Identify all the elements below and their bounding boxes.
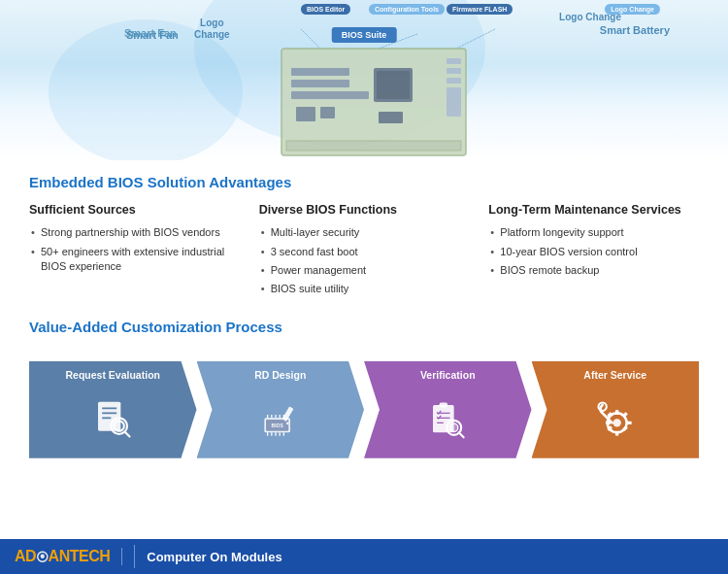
footer-logo: AD⦿ANTECH bbox=[15, 548, 122, 565]
col-sufficient-sources: Sufficient Sources Strong partnership wi… bbox=[29, 202, 240, 301]
step4-arrow: After Service bbox=[532, 361, 700, 458]
bullet-3-2: 10-year BIOS version control bbox=[488, 245, 699, 259]
bullet-3-1: Platform longevity support bbox=[488, 225, 699, 240]
bullet-1-1: Strong partnership with BIOS vendors bbox=[29, 225, 240, 240]
svg-rect-50 bbox=[615, 410, 618, 415]
svg-line-16 bbox=[301, 29, 320, 49]
col-diverse-bios: Diverse BIOS Functions Multi-layer secur… bbox=[259, 202, 470, 301]
svg-rect-9 bbox=[447, 87, 461, 117]
col1-title: Sufficient Sources bbox=[29, 202, 240, 218]
svg-rect-7 bbox=[447, 68, 461, 74]
step1-arrow: Request Evaluation bbox=[29, 361, 197, 458]
step4-icon-area bbox=[591, 385, 640, 457]
bios-chip-icon: BIOS bbox=[256, 395, 305, 448]
step-after-service: After Service bbox=[532, 347, 700, 473]
bullet-2-1: Multi-layer security bbox=[259, 225, 470, 240]
process-title: Value-Added Customization Process bbox=[29, 319, 699, 335]
svg-rect-0 bbox=[281, 49, 466, 155]
config-tools-pill: Configuration Tools bbox=[369, 4, 445, 15]
firmware-flash-pill: Firmware FLASH bbox=[447, 4, 513, 15]
col3-bullets: Platform longevity support 10-year BIOS … bbox=[488, 225, 699, 278]
smart-fan-text: Smart Fan bbox=[124, 27, 177, 40]
svg-rect-2 bbox=[291, 80, 349, 87]
svg-rect-8 bbox=[447, 78, 461, 84]
svg-rect-10 bbox=[296, 107, 315, 121]
col-longterm-maintenance: Long-Term Maintenance Services Platform … bbox=[488, 202, 699, 301]
bios-editor-pill: BIOS Editor bbox=[301, 4, 350, 15]
svg-rect-12 bbox=[379, 112, 403, 123]
step3-arrow: Verification bbox=[364, 361, 532, 458]
col2-bullets: Multi-layer security 3 second fast boot … bbox=[259, 225, 470, 297]
main-content: Embedded BIOS Solution Advantages Suffic… bbox=[0, 160, 728, 483]
advantages-columns: Sufficient Sources Strong partnership wi… bbox=[29, 202, 699, 301]
col2-title: Diverse BIOS Functions bbox=[259, 202, 470, 218]
col3-title: Long-Term Maintenance Services bbox=[488, 202, 699, 218]
svg-line-23 bbox=[125, 432, 130, 437]
svg-rect-1 bbox=[291, 68, 349, 76]
search-doc-icon bbox=[88, 395, 137, 448]
bullet-2-2: 3 second fast boot bbox=[259, 245, 470, 259]
step-request-evaluation: Request Evaluation bbox=[29, 347, 197, 473]
bullet-3-3: BIOS remote backup bbox=[488, 263, 699, 278]
bullet-2-3: Power management bbox=[259, 263, 470, 278]
footer-bar: AD⦿ANTECH Computer On Modules bbox=[0, 539, 728, 574]
step2-arrow: RD Design BIOS bbox=[197, 361, 365, 458]
step1-icon-area bbox=[88, 385, 137, 457]
step-verification: Verification bbox=[364, 347, 532, 473]
svg-rect-17 bbox=[98, 402, 120, 431]
svg-point-46 bbox=[450, 423, 458, 431]
svg-rect-51 bbox=[615, 431, 618, 436]
svg-point-49 bbox=[612, 419, 620, 426]
step4-label: After Service bbox=[574, 361, 656, 386]
step3-label: Verification bbox=[411, 361, 485, 386]
footer-divider bbox=[134, 545, 135, 568]
svg-rect-13 bbox=[286, 141, 461, 151]
svg-rect-11 bbox=[320, 107, 335, 118]
logo-change-pill: Logo Change bbox=[605, 4, 660, 15]
smart-battery-label: Smart Battery bbox=[600, 24, 670, 37]
col1-bullets: Strong partnership with BIOS vendors 50+… bbox=[29, 225, 240, 274]
process-steps: Request Evaluation bbox=[29, 347, 699, 473]
step2-label: RD Design bbox=[245, 361, 315, 386]
svg-text:BIOS: BIOS bbox=[271, 422, 283, 428]
svg-rect-41 bbox=[440, 403, 447, 408]
diagram-section: Smart Fan LogoChange Smart Battery Logo … bbox=[0, 0, 728, 160]
svg-rect-6 bbox=[447, 58, 461, 64]
advantages-title: Embedded BIOS Solution Advantages bbox=[29, 174, 699, 190]
checklist-magnify-icon bbox=[423, 395, 472, 448]
process-section: Value-Added Customization Process Reques… bbox=[29, 319, 699, 473]
logo-text: AD⦿ANTECH bbox=[15, 548, 110, 565]
step2-icon-area: BIOS bbox=[256, 385, 305, 457]
svg-rect-53 bbox=[626, 422, 631, 424]
step-rd-design: RD Design BIOS bbox=[197, 347, 365, 473]
svg-line-15 bbox=[456, 29, 495, 49]
footer-product: Computer On Modules bbox=[147, 550, 281, 564]
svg-rect-3 bbox=[291, 91, 369, 99]
wrench-gear-icon bbox=[591, 395, 640, 448]
bullet-2-4: BIOS suite utility bbox=[259, 282, 470, 296]
bullet-1-2: 50+ engineers with extensive industrial … bbox=[29, 245, 240, 275]
step1-label: Request Evaluation bbox=[56, 361, 170, 386]
svg-line-47 bbox=[459, 432, 464, 437]
bios-suite-label: BIOS Suite bbox=[332, 27, 397, 43]
svg-rect-5 bbox=[377, 71, 410, 99]
step3-icon-area bbox=[423, 385, 472, 457]
